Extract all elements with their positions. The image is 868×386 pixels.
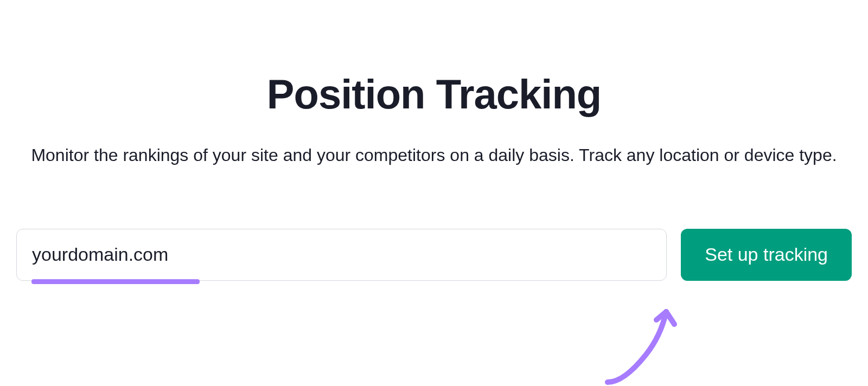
page-subtitle: Monitor the rankings of your site and yo… (11, 142, 857, 169)
arrow-annotation-icon (597, 290, 684, 386)
form-row: Set up tracking (11, 229, 857, 281)
setup-tracking-button[interactable]: Set up tracking (681, 229, 852, 281)
underline-annotation-icon (31, 279, 200, 284)
main-container: Position Tracking Monitor the rankings o… (0, 70, 868, 281)
domain-input-wrapper (16, 229, 667, 281)
domain-input[interactable] (16, 229, 667, 281)
page-title: Position Tracking (11, 70, 857, 118)
